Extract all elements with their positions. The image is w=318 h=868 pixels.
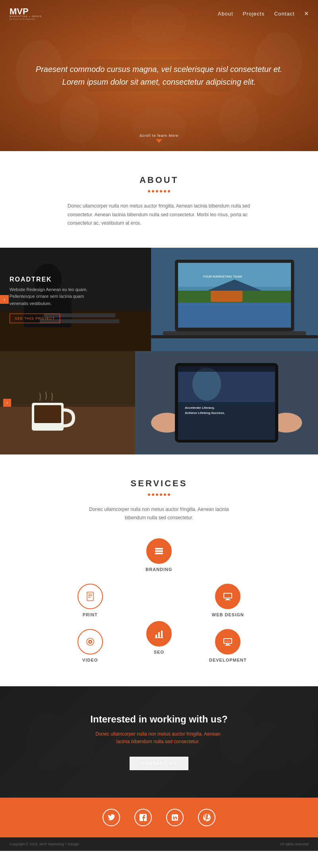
nav-links: About Projects Contact × bbox=[218, 10, 308, 18]
nav-about[interactable]: About bbox=[218, 11, 233, 17]
development-icon-circle: </> bbox=[215, 629, 240, 654]
webdesign-label: WEB DESIGN bbox=[212, 612, 244, 617]
project-literacy-right-image: Accelerate Literacy. Achieve Lifelong Su… bbox=[135, 351, 318, 454]
social-facebook-icon[interactable] bbox=[134, 809, 152, 826]
svg-text:Striving to Production: Striving to Production bbox=[10, 18, 35, 20]
svg-rect-41 bbox=[155, 548, 163, 550]
dot-5 bbox=[164, 190, 166, 192]
footer-rights: All rights reserved bbox=[280, 842, 308, 846]
svg-rect-56 bbox=[158, 632, 160, 638]
branding-icon-circle bbox=[146, 538, 172, 564]
project-literacy-left-image bbox=[0, 351, 135, 454]
svg-rect-23 bbox=[211, 291, 242, 302]
svg-rect-44 bbox=[87, 592, 93, 601]
service-branding: BRANDING bbox=[128, 538, 189, 572]
services-section: SERVICES Donec ullamcorper nulla non met… bbox=[0, 454, 318, 686]
development-label: DEVELOPMENT bbox=[209, 658, 247, 662]
service-print: PRINT bbox=[60, 584, 120, 617]
social-twitter-icon[interactable] bbox=[103, 809, 120, 826]
sdot-4 bbox=[160, 493, 162, 496]
nav-close-icon[interactable]: × bbox=[304, 10, 308, 18]
svg-rect-28 bbox=[0, 407, 135, 454]
dot-2 bbox=[152, 190, 154, 192]
svg-text:Accelerate Literacy.: Accelerate Literacy. bbox=[185, 406, 215, 410]
service-development: </> DEVELOPMENT bbox=[198, 629, 258, 662]
video-icon-circle bbox=[78, 629, 103, 654]
footer-bottom: Copyright © 2015, MVP Marketing + Design… bbox=[0, 837, 318, 851]
services-description: Donec ullamcorper nulla non metus auctor… bbox=[87, 505, 231, 522]
sdot-3 bbox=[156, 493, 158, 496]
video-label: VIDEO bbox=[82, 658, 98, 662]
about-body: Donec ullamcorper nulla non metus auctor… bbox=[68, 202, 250, 228]
about-divider bbox=[8, 190, 310, 192]
service-seo: SEO bbox=[128, 621, 189, 662]
services-divider bbox=[8, 493, 310, 496]
svg-rect-42 bbox=[155, 550, 163, 552]
dot-6 bbox=[168, 190, 170, 192]
svg-point-54 bbox=[89, 641, 91, 643]
svg-rect-55 bbox=[155, 635, 157, 638]
nav-logo: MVP MARKETING + DESIGN Striving to Produ… bbox=[10, 6, 41, 21]
project-roadtrek-info: ROADTREK Website Redesign Aenean eu leo … bbox=[10, 276, 89, 323]
svg-rect-57 bbox=[161, 631, 163, 638]
svg-rect-63 bbox=[225, 645, 231, 646]
social-pinterest-icon[interactable] bbox=[198, 809, 215, 826]
svg-rect-49 bbox=[224, 594, 231, 598]
svg-text:YOUR MARKETING TEAM: YOUR MARKETING TEAM bbox=[203, 275, 242, 278]
laptop-mockup: YOUR MARKETING TEAM bbox=[151, 248, 318, 351]
scroll-arrow-icon bbox=[156, 139, 162, 143]
project-roadtrek-desc: Website Redesign Aenean eu leo quam. Pel… bbox=[10, 286, 89, 307]
cta-content: Interested in working with us? Donec ull… bbox=[90, 714, 227, 770]
project-literacy-prev-icon[interactable]: ‹ bbox=[3, 399, 11, 407]
sdot-5 bbox=[164, 493, 166, 496]
svg-text:Achieve Lifelong Success.: Achieve Lifelong Success. bbox=[185, 411, 225, 415]
navigation: MVP MARKETING + DESIGN Striving to Produ… bbox=[0, 0, 318, 27]
cta-section: Interested in working with us? Donec ull… bbox=[0, 686, 318, 798]
project-roadtrek-right-image: YOUR MARKETING TEAM bbox=[151, 248, 318, 351]
cta-title: Interested in working with us? bbox=[90, 714, 227, 725]
seo-label: SEO bbox=[154, 650, 164, 654]
print-label: PRINT bbox=[83, 612, 98, 617]
svg-point-7 bbox=[60, 95, 99, 143]
project-roadtrek: YOUR MARKETING TEAM ROADTREK Website Red… bbox=[0, 248, 318, 351]
webdesign-icon-circle bbox=[215, 584, 240, 609]
social-linkedin-icon[interactable] bbox=[166, 809, 184, 826]
services-grid: BRANDING PRINT bbox=[60, 538, 258, 662]
svg-text:MARKETING + DESIGN: MARKETING + DESIGN bbox=[10, 15, 41, 17]
svg-rect-43 bbox=[155, 553, 163, 554]
print-icon-circle bbox=[78, 584, 103, 609]
service-video: VIDEO bbox=[60, 629, 120, 662]
nav-projects[interactable]: Projects bbox=[243, 11, 265, 17]
services-title: SERVICES bbox=[8, 478, 310, 489]
branding-label: BRANDING bbox=[145, 567, 172, 572]
cta-subtitle: Donec ullamcorper nulla non metus auctor… bbox=[90, 730, 225, 746]
svg-point-8 bbox=[219, 95, 258, 143]
svg-text:</>: </> bbox=[225, 640, 230, 643]
footer-copyright: Copyright © 2015, MVP Marketing + Design bbox=[10, 842, 79, 846]
hero-quote: Praesent commodo cursus magna, vel scele… bbox=[32, 63, 286, 88]
project-roadtrek-btn[interactable]: SEE THIS PROJECT bbox=[10, 313, 60, 323]
nav-contact[interactable]: Contact bbox=[274, 11, 295, 17]
cta-contact-button[interactable]: CONTACT US bbox=[130, 757, 189, 770]
svg-rect-25 bbox=[151, 335, 318, 338]
svg-rect-51 bbox=[225, 600, 231, 600]
seo-icon-circle bbox=[146, 621, 172, 647]
dot-3 bbox=[156, 190, 158, 192]
svg-rect-30 bbox=[34, 405, 61, 423]
project-literacy: Accelerate Literacy. Achieve Lifelong Su… bbox=[0, 351, 318, 454]
hero-scroll: Scroll to learn More bbox=[140, 134, 178, 143]
svg-point-37 bbox=[192, 367, 221, 401]
dot-4 bbox=[160, 190, 162, 192]
service-webdesign: WEB DESIGN bbox=[198, 584, 258, 617]
project-prev-icon[interactable]: ‹ bbox=[0, 295, 9, 304]
footer-social bbox=[0, 798, 318, 837]
project-roadtrek-title: ROADTREK bbox=[10, 276, 89, 283]
svg-rect-40 bbox=[178, 366, 275, 372]
about-title: ABOUT bbox=[8, 175, 310, 185]
sdot-6 bbox=[168, 493, 170, 496]
about-section: ABOUT Donec ullamcorper nulla non metus … bbox=[0, 151, 318, 248]
sdot-1 bbox=[148, 493, 150, 496]
dot-1 bbox=[148, 190, 150, 192]
hero-content: Praesent commodo cursus magna, vel scele… bbox=[0, 63, 318, 88]
sdot-2 bbox=[152, 493, 154, 496]
